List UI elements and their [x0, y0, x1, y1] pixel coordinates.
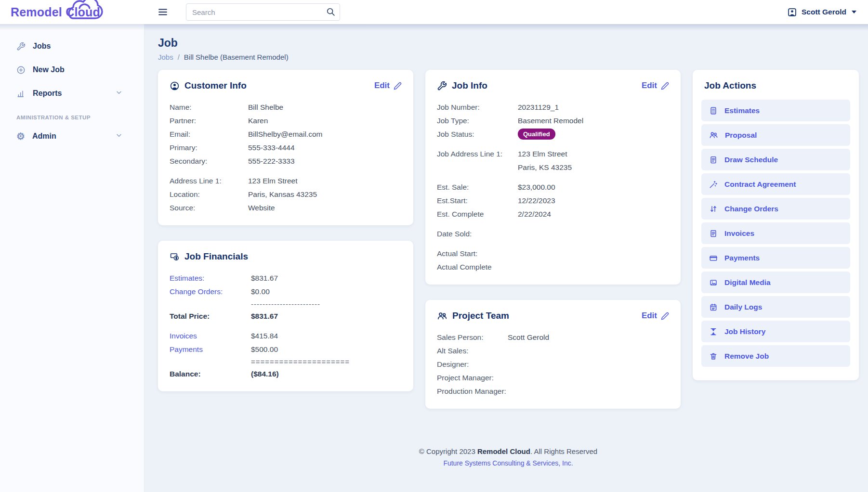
- action-item-draw-schedule[interactable]: Draw Schedule: [701, 149, 850, 170]
- action-item-job-history[interactable]: Job History: [701, 321, 850, 342]
- credit-card-icon: [709, 254, 718, 262]
- search-icon[interactable]: [326, 7, 336, 19]
- action-item-daily-logs[interactable]: Daily Logs: [701, 296, 850, 318]
- menu-hamburger-icon[interactable]: [157, 7, 169, 17]
- action-label: Invoices: [724, 229, 754, 238]
- field-label: Designer:: [437, 358, 508, 371]
- field-label: Name:: [170, 101, 248, 114]
- page-title: Job: [158, 37, 858, 50]
- project-team-header: Project Team Edit: [437, 311, 669, 321]
- action-item-change-orders[interactable]: Change Orders: [701, 198, 850, 220]
- field-label: Primary:: [170, 141, 248, 155]
- field-row: Actual Complete: [437, 260, 669, 274]
- search-input[interactable]: [186, 3, 340, 21]
- invoices-amount: $415.84: [251, 329, 278, 343]
- field-row: Actual Start:: [437, 247, 669, 260]
- action-item-invoices[interactable]: Invoices: [701, 222, 850, 244]
- job-financials-header: Job Financials: [170, 251, 402, 262]
- field-value: 12/22/2023: [518, 194, 555, 207]
- action-item-remove-job[interactable]: Remove Job: [701, 345, 850, 367]
- field-row: Secondary:555-222-3333: [170, 155, 402, 168]
- field-label: Address Line 1:: [170, 174, 248, 188]
- action-label: Proposal: [725, 131, 757, 140]
- sidebar-item-jobs[interactable]: Jobs: [0, 37, 145, 56]
- main-content: Job Jobs / Bill Shelbe (Basement Remodel…: [145, 24, 868, 492]
- field-row: Est. Sale:$23,000.00: [437, 181, 669, 194]
- customer-info-header: Customer Info Edit: [170, 80, 402, 91]
- action-item-payments[interactable]: Payments: [701, 247, 850, 269]
- field-label: Location:: [170, 188, 248, 201]
- chevron-down-icon[interactable]: [115, 131, 130, 141]
- field-label: Est. Complete: [437, 207, 518, 221]
- equals-separator: =====================: [251, 356, 402, 367]
- field-row: Est. Complete2/22/2024: [437, 207, 669, 221]
- field-value: Karen: [248, 114, 268, 128]
- project-team-title: Project Team: [437, 311, 509, 321]
- sidebar-item-label: Admin: [32, 132, 56, 141]
- image-icon: [709, 278, 718, 287]
- chevron-down-icon[interactable]: [115, 89, 130, 98]
- document-icon: [709, 229, 718, 238]
- action-item-digital-media[interactable]: Digital Media: [701, 272, 850, 293]
- gear-icon: ⚙: [16, 131, 25, 141]
- financial-row-payments: Payments$500.00: [170, 343, 402, 356]
- field-row: Job Number:20231129_1: [437, 101, 669, 114]
- change-orders-link[interactable]: Change Orders:: [170, 285, 251, 298]
- job-info-card: Job Info Edit Job Number:20231129_1 Job …: [425, 70, 681, 285]
- field-label: Job Number:: [437, 101, 518, 114]
- field-row: Production Manager:: [437, 385, 669, 398]
- customer-info-edit-button[interactable]: Edit: [374, 81, 402, 91]
- field-row: Name:Bill Shelbe: [170, 101, 402, 114]
- field-value: Bill Shelbe: [248, 101, 283, 114]
- field-value: 555-333-4444: [248, 141, 295, 155]
- document-icon: [709, 155, 718, 164]
- brand-name: Remodel Cloud: [11, 5, 100, 19]
- content-columns: Customer Info Edit Name:Bill Shelbe Part…: [158, 70, 858, 424]
- estimates-link[interactable]: Estimates:: [170, 272, 251, 285]
- job-info-title: Job Info: [437, 80, 487, 91]
- action-label: Change Orders: [724, 205, 778, 213]
- footer-company-link[interactable]: Future Systems Consulting & Services, In…: [443, 459, 573, 467]
- brand-logo[interactable]: Remodel Cloud: [0, 5, 145, 19]
- payments-link[interactable]: Payments: [170, 343, 251, 356]
- total-price-amount: $831.67: [251, 310, 278, 323]
- job-info-edit-button[interactable]: Edit: [642, 81, 669, 91]
- search-box: [186, 3, 340, 21]
- action-item-contract-agreement[interactable]: Contract Agreement: [701, 173, 850, 195]
- field-value: Basement Remodel: [518, 114, 583, 128]
- bar-chart-icon: [16, 89, 26, 98]
- topbar: Remodel Cloud Scott Gerold: [0, 0, 868, 24]
- project-team-edit-button[interactable]: Edit: [642, 311, 669, 321]
- tools-icon: [437, 81, 447, 91]
- balance-label: Balance:: [170, 367, 251, 381]
- estimates-amount: $831.67: [251, 272, 278, 285]
- sidebar-item-reports[interactable]: Reports: [0, 84, 145, 103]
- user-menu[interactable]: Scott Gerold: [787, 7, 856, 17]
- dashed-separator: ------------------------: [251, 298, 402, 310]
- calculator-icon: [709, 106, 718, 115]
- sidebar-item-new-job[interactable]: New Job: [0, 60, 145, 79]
- action-item-proposal[interactable]: Proposal: [701, 124, 850, 146]
- person-circle-icon: [170, 81, 180, 91]
- pencil-icon: [661, 82, 669, 90]
- field-value: 123 Elm Street Paris, KS 43235: [518, 147, 572, 174]
- field-row: Est.Start:12/22/2023: [437, 194, 669, 207]
- trash-icon: [709, 352, 718, 361]
- field-label: Partner:: [170, 114, 248, 128]
- action-label: Daily Logs: [724, 303, 762, 311]
- breadcrumb-jobs-link[interactable]: Jobs: [158, 53, 173, 61]
- invoices-link[interactable]: Invoices: [170, 329, 251, 343]
- field-label: Job Status:: [437, 128, 518, 141]
- arrows-up-down-icon: [709, 205, 718, 213]
- field-label: Sales Person:: [437, 331, 508, 344]
- pencil-icon: [661, 312, 669, 320]
- sidebar-item-admin[interactable]: ⚙ Admin: [0, 127, 145, 146]
- sidebar-item-label: Reports: [33, 89, 62, 98]
- hourglass-icon: [709, 327, 718, 336]
- action-label: Remove Job: [724, 352, 769, 361]
- action-item-estimates[interactable]: Estimates: [701, 100, 850, 121]
- brand-name-word1: Remodel: [11, 5, 62, 19]
- action-label: Job History: [724, 327, 765, 336]
- financial-row-invoices: Invoices$415.84: [170, 329, 402, 343]
- field-value: 20231129_1: [518, 101, 559, 114]
